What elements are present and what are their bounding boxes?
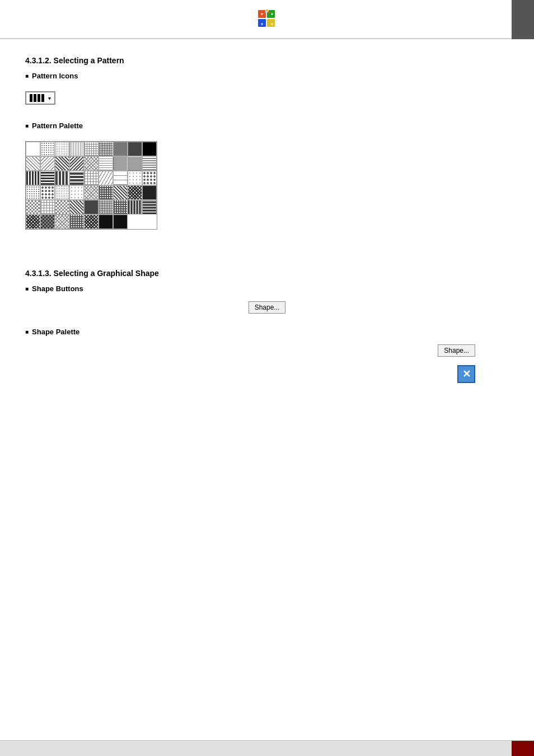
shape-palette-area: Shape... ✕: [25, 344, 509, 383]
palette-cell[interactable]: [40, 171, 55, 185]
palette-cell[interactable]: [142, 200, 157, 214]
palette-cell[interactable]: [69, 200, 84, 214]
palette-cell[interactable]: [69, 142, 84, 156]
palette-cell[interactable]: [55, 142, 69, 156]
palette-cell[interactable]: [40, 200, 55, 214]
palette-cell[interactable]: [99, 142, 113, 156]
spacer: [25, 246, 509, 269]
palette-cell[interactable]: [84, 171, 99, 185]
palette-grid: [26, 142, 157, 229]
pattern-icons-label: Pattern Icons: [25, 72, 509, 80]
palette-cell[interactable]: [113, 185, 128, 200]
palette-cell[interactable]: [84, 156, 99, 171]
pattern-icon-area: ▾: [25, 91, 509, 105]
palette-cell[interactable]: [26, 200, 40, 214]
x-symbol: ✕: [462, 368, 471, 380]
svg-rect-3: [267, 19, 275, 27]
palette-cell-empty: [128, 214, 142, 229]
palette-cell[interactable]: [69, 185, 84, 200]
palette-cell[interactable]: [142, 171, 157, 185]
palette-cell[interactable]: [55, 156, 69, 171]
palette-cell[interactable]: [55, 214, 69, 229]
bottom-bar: [0, 740, 534, 756]
palette-cell[interactable]: [99, 214, 113, 229]
pattern-bars: [30, 94, 44, 102]
palette-cell[interactable]: [99, 185, 113, 200]
palette-cell[interactable]: [84, 142, 99, 156]
palette-cell[interactable]: [69, 171, 84, 185]
section-pattern-title: 4.3.1.2. Selecting a Pattern: [25, 56, 509, 65]
shape-buttons-area: Shape...: [25, 301, 509, 314]
section-pattern: 4.3.1.2. Selecting a Pattern Pattern Ico…: [25, 56, 509, 246]
palette-cell[interactable]: [99, 156, 113, 171]
palette-cell[interactable]: [84, 185, 99, 200]
palette-cell[interactable]: [55, 171, 69, 185]
palette-cell-empty: [142, 214, 157, 229]
section-shape-title: 4.3.1.3. Selecting a Graphical Shape: [25, 269, 509, 278]
palette-cell[interactable]: [128, 156, 142, 171]
palette-cell[interactable]: [69, 156, 84, 171]
pattern-icon-box[interactable]: ▾: [25, 91, 55, 105]
main-content: 4.3.1.2. Selecting a Pattern Pattern Ico…: [0, 39, 534, 408]
dropdown-arrow: ▾: [48, 95, 51, 101]
palette-cell[interactable]: [26, 185, 40, 200]
shape-button[interactable]: Shape...: [249, 301, 286, 314]
bottom-bar-right-block: [512, 741, 534, 756]
app-icon: [257, 9, 277, 29]
palette-cell[interactable]: [99, 200, 113, 214]
pattern-palette-label: Pattern Palette: [25, 122, 509, 130]
shape-x-icon[interactable]: ✕: [457, 365, 475, 383]
bar1: [30, 94, 32, 102]
shape-buttons-label: Shape Buttons: [25, 284, 509, 293]
palette-cell[interactable]: [84, 200, 99, 214]
palette-cell[interactable]: [113, 171, 128, 185]
section-shape: 4.3.1.3. Selecting a Graphical Shape Sha…: [25, 269, 509, 383]
palette-cell[interactable]: [26, 171, 40, 185]
palette-cell[interactable]: [142, 185, 157, 200]
palette-cell[interactable]: [26, 142, 40, 156]
palette-cell[interactable]: [69, 214, 84, 229]
palette-cell[interactable]: [55, 200, 69, 214]
svg-point-9: [266, 10, 268, 12]
palette-cell[interactable]: [113, 142, 128, 156]
palette-cell[interactable]: [128, 171, 142, 185]
bar2: [34, 94, 36, 102]
palette-cell[interactable]: [40, 142, 55, 156]
palette-cell[interactable]: [128, 200, 142, 214]
palette-cell[interactable]: [113, 200, 128, 214]
palette-cell[interactable]: [128, 142, 142, 156]
svg-point-6: [261, 23, 263, 25]
palette-cell[interactable]: [113, 156, 128, 171]
top-bar-right-block: [512, 0, 534, 39]
palette-cell[interactable]: [26, 214, 40, 229]
svg-point-10: [268, 12, 270, 13]
palette-cell[interactable]: [26, 156, 40, 171]
palette-cell[interactable]: [128, 185, 142, 200]
shape-palette-label: Shape Palette: [25, 328, 509, 336]
bar3: [38, 94, 40, 102]
svg-point-5: [271, 13, 273, 15]
svg-point-7: [271, 23, 273, 25]
palette-cell[interactable]: [55, 185, 69, 200]
palette-cell[interactable]: [99, 171, 113, 185]
palette-cell[interactable]: [142, 156, 157, 171]
svg-point-11: [265, 12, 266, 13]
palette-cell[interactable]: [84, 214, 99, 229]
palette-cell[interactable]: [113, 214, 128, 229]
palette-cell[interactable]: [40, 214, 55, 229]
shape-palette-button[interactable]: Shape...: [438, 344, 475, 357]
pattern-palette: [25, 141, 157, 230]
svg-point-4: [261, 13, 263, 15]
top-bar: [0, 0, 534, 39]
bar4: [41, 94, 44, 102]
palette-cell[interactable]: [142, 142, 157, 156]
palette-cell[interactable]: [40, 185, 55, 200]
palette-cell[interactable]: [40, 156, 55, 171]
